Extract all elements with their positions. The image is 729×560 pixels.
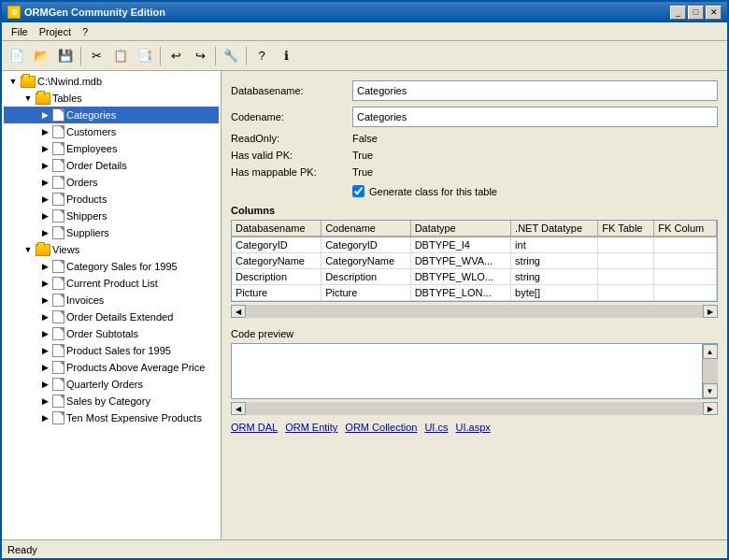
tree-item-current-product-list[interactable]: ▶ Current Product List: [4, 275, 219, 292]
table-row[interactable]: CategoryIDCategoryIDDBTYPE_I4int: [232, 237, 717, 253]
menu-project[interactable]: Project: [34, 25, 77, 38]
close-button[interactable]: ✕: [706, 6, 722, 20]
tree-item-order-subtotals[interactable]: ▶ Order Subtotals: [4, 325, 219, 342]
readonly-row: ReadOnly: False: [231, 133, 718, 144]
table-row[interactable]: DescriptionDescriptionDBTYPE_WLO...strin…: [232, 269, 717, 285]
tree-tables-header[interactable]: ▼ Tables: [4, 90, 219, 107]
minimize-button[interactable]: _: [670, 6, 686, 20]
link-orm-dal[interactable]: ORM DAL: [231, 422, 278, 433]
employees-page-icon: [52, 142, 64, 155]
order-details-expand-icon[interactable]: ▶: [37, 158, 52, 173]
col-header-datatype[interactable]: Datatype: [410, 221, 510, 237]
menu-file[interactable]: File: [6, 25, 34, 38]
col-header-net-datatype[interactable]: .NET Datatype: [511, 221, 598, 237]
products-above-avg-expand-icon[interactable]: ▶: [37, 360, 52, 375]
orders-expand-icon[interactable]: ▶: [37, 175, 52, 190]
has-mappable-pk-row: Has mappable PK: True: [231, 166, 718, 178]
toolbar-help-button[interactable]: ?: [250, 45, 273, 67]
maximize-button[interactable]: □: [688, 6, 704, 20]
tree-item-invoices[interactable]: ▶ Invoices: [4, 292, 219, 309]
suppliers-expand-icon[interactable]: ▶: [37, 225, 52, 240]
table-row[interactable]: PicturePictureDBTYPE_LON...byte[]: [232, 285, 717, 301]
ten-most-expand-icon[interactable]: ▶: [37, 410, 52, 425]
link-ui-aspx[interactable]: UI.aspx: [455, 422, 490, 433]
toolbar-open-button[interactable]: 📂: [30, 45, 52, 67]
tree-item-sales-by-category[interactable]: ▶ Sales by Category: [4, 393, 219, 409]
order-subtotals-expand-icon[interactable]: ▶: [37, 326, 52, 341]
toolbar-paste-button[interactable]: 📑: [134, 45, 156, 67]
tree-root-label: C:\Nwind.mdb: [37, 76, 102, 87]
tree-item-shippers[interactable]: ▶ Shippers: [4, 208, 219, 224]
tree-item-order-details-extended[interactable]: ▶ Order Details Extended: [4, 309, 219, 325]
product-sales-expand-icon[interactable]: ▶: [37, 343, 52, 358]
tree-root-item[interactable]: ▼ C:\Nwind.mdb: [4, 73, 219, 90]
col-header-codename[interactable]: Codename: [322, 221, 411, 237]
h-scroll-right-btn[interactable]: ▶: [703, 305, 718, 318]
v-scroll-down-btn[interactable]: ▼: [703, 383, 718, 398]
v-scroll-track[interactable]: [703, 359, 718, 383]
tree-item-products-above-avg[interactable]: ▶ Products Above Average Price: [4, 359, 219, 376]
h-scroll-left-btn[interactable]: ◀: [231, 305, 246, 318]
toolbar-cut-button[interactable]: ✂: [85, 45, 107, 67]
categories-expand-icon[interactable]: ▶: [37, 108, 52, 122]
code-h-scroll-track[interactable]: [246, 402, 703, 415]
tree-item-categories[interactable]: ▶ Categories: [4, 107, 219, 123]
category-sales-expand-icon[interactable]: ▶: [37, 259, 52, 274]
toolbar-settings-button[interactable]: 🔧: [220, 45, 242, 67]
shippers-expand-icon[interactable]: ▶: [37, 208, 52, 223]
v-scroll-up-btn[interactable]: ▲: [703, 344, 718, 359]
toolbar-new-button[interactable]: 📄: [6, 45, 28, 67]
col-header-fk-table[interactable]: FK Table: [598, 221, 654, 237]
employees-expand-icon[interactable]: ▶: [37, 141, 52, 156]
tree-item-customers[interactable]: ▶ Customers: [4, 123, 219, 140]
link-orm-entity[interactable]: ORM Entity: [285, 422, 337, 433]
toolbar-redo-button[interactable]: ↪: [189, 45, 211, 67]
link-ui-cs[interactable]: UI.cs: [424, 422, 448, 433]
tree-item-customers-label: Customers: [66, 126, 116, 137]
toolbar-save-button[interactable]: 💾: [54, 45, 77, 67]
code-h-scroll-left-btn[interactable]: ◀: [231, 402, 246, 415]
tree-item-product-sales[interactable]: ▶ Product Sales for 1995: [4, 342, 219, 359]
generate-class-checkbox[interactable]: [352, 185, 364, 197]
col-cell-3-5: [654, 285, 717, 301]
root-expand-icon[interactable]: ▼: [6, 74, 21, 89]
tree-views-header[interactable]: ▼ Views: [4, 241, 219, 258]
title-bar-left: ⚙ ORMGen Community Edition: [7, 6, 165, 19]
columns-section: Columns Databasename Codename Datatype .…: [231, 205, 718, 319]
products-expand-icon[interactable]: ▶: [37, 192, 52, 207]
customers-expand-icon[interactable]: ▶: [37, 124, 52, 139]
table-row[interactable]: CategoryNameCategoryNameDBTYPE_WVA...str…: [232, 253, 717, 269]
quarterly-orders-expand-icon[interactable]: ▶: [37, 377, 52, 392]
link-orm-collection[interactable]: ORM Collection: [345, 422, 417, 433]
toolbar-undo-button[interactable]: ↩: [164, 45, 187, 67]
categories-page-icon: [52, 108, 64, 122]
tree-item-suppliers[interactable]: ▶ Suppliers: [4, 224, 219, 241]
tables-expand-icon[interactable]: ▼: [21, 91, 36, 106]
code-h-scroll-right-btn[interactable]: ▶: [703, 402, 718, 415]
tree-item-orders[interactable]: ▶ Orders: [4, 174, 219, 191]
product-sales-page-icon: [52, 344, 64, 357]
tree-item-ten-most-expensive[interactable]: ▶ Ten Most Expensive Products: [4, 409, 219, 426]
h-scroll-track[interactable]: [246, 305, 703, 318]
invoices-expand-icon[interactable]: ▶: [37, 293, 52, 308]
columns-label: Columns: [231, 205, 718, 216]
col-header-databasename[interactable]: Databasename: [232, 221, 322, 237]
menu-help[interactable]: ?: [77, 25, 93, 38]
order-det-ext-expand-icon[interactable]: ▶: [37, 309, 52, 324]
code-preview-scrollbar: ▲ ▼: [702, 344, 717, 398]
tree-item-quarterly-orders[interactable]: ▶ Quarterly Orders: [4, 376, 219, 393]
toolbar-copy-button[interactable]: 📋: [109, 45, 132, 67]
tree-item-products[interactable]: ▶ Products: [4, 191, 219, 208]
databasename-input[interactable]: [352, 80, 718, 101]
toolbar-about-button[interactable]: ℹ: [275, 45, 297, 67]
col-header-fk-column[interactable]: FK Colum: [654, 221, 717, 237]
tree-item-order-details[interactable]: ▶ Order Details: [4, 157, 219, 174]
tree-item-employees[interactable]: ▶ Employees: [4, 140, 219, 157]
tree-item-category-sales[interactable]: ▶ Category Sales for 1995: [4, 258, 219, 275]
views-expand-icon[interactable]: ▼: [21, 242, 36, 257]
tree-item-order-subtotals-label: Order Subtotals: [66, 328, 138, 339]
col-cell-0-3: int: [511, 237, 598, 253]
current-product-expand-icon[interactable]: ▶: [37, 276, 52, 291]
codename-input[interactable]: [352, 107, 718, 127]
sales-by-cat-expand-icon[interactable]: ▶: [37, 394, 52, 409]
